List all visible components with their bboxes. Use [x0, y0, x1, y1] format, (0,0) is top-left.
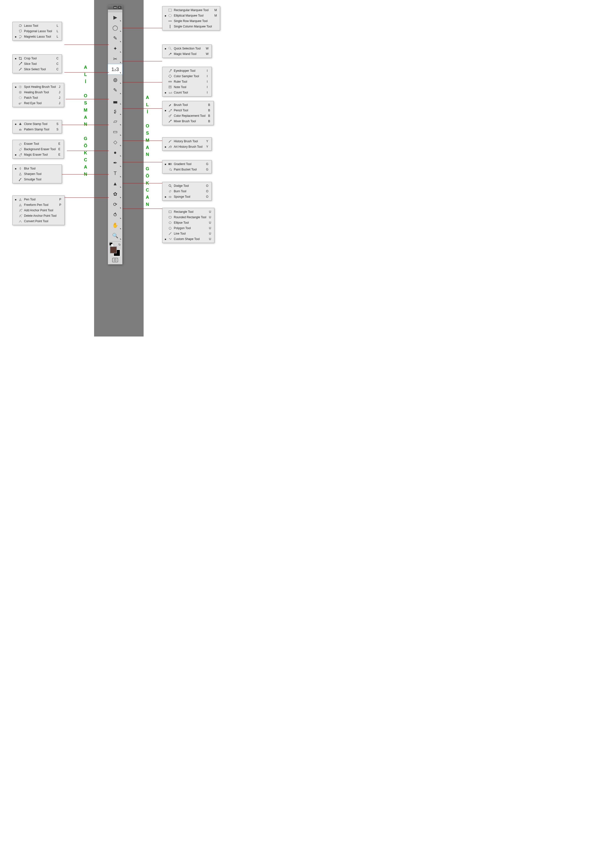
flyout-item-brush-3[interactable]: Mixer Brush ToolB: [163, 119, 213, 124]
flyout-item-shape-4[interactable]: Line ToolU: [163, 231, 214, 236]
tool-quick-select[interactable]: ✦: [108, 43, 122, 54]
flyout-item-pen-2[interactable]: Add Anchor Point Tool: [13, 208, 64, 213]
flyout-item-lasso-0[interactable]: Lasso ToolL: [13, 23, 61, 28]
flyout-item-gradient-1[interactable]: Paint Bucket ToolG: [163, 167, 211, 172]
flyout-item-label: Magnetic Lasso Tool: [24, 35, 54, 38]
shortcut-key: C: [55, 57, 60, 60]
quick-sel-icon: [168, 46, 172, 51]
selected-indicator-icon: ■: [15, 167, 17, 170]
swap-colors-icon[interactable]: ↻: [118, 243, 121, 246]
tool-hand[interactable]: ✋: [108, 220, 122, 230]
tool-eraser[interactable]: ▱: [108, 116, 122, 126]
svg-point-25: [19, 180, 20, 181]
tool-type[interactable]: T: [108, 168, 122, 178]
flyout-item-brush-0[interactable]: Brush ToolB: [163, 102, 213, 108]
flyout-item-quickselect-1[interactable]: Magic Wand ToolW: [163, 51, 211, 57]
flyout-item-blur-2[interactable]: Smudge Tool: [13, 177, 61, 182]
eraser-icon: ▱: [113, 119, 117, 124]
flyout-item-dodge-2[interactable]: ■Sponge ToolO: [163, 194, 211, 200]
tool-count[interactable]: 1₂3: [108, 64, 122, 74]
tool-gradient[interactable]: ▭: [108, 126, 122, 137]
flyout-item-label: Rectangular Marquee Tool: [174, 8, 212, 12]
flyout-item-crop-2[interactable]: Slice Select ToolC: [13, 67, 61, 72]
tool-history-brush[interactable]: ʂ: [108, 105, 122, 116]
flyout-item-healing-1[interactable]: Healing Brush ToolJ: [13, 90, 64, 95]
svg-rect-23: [169, 163, 172, 165]
flyout-item-eyedropper-3[interactable]: Note ToolI: [163, 84, 211, 90]
ff-pen-icon: [18, 203, 23, 207]
close-button[interactable]: ✕: [118, 6, 121, 9]
flyout-item-blur-0[interactable]: ■Blur Tool: [13, 166, 61, 171]
tool-healing[interactable]: ◍: [108, 74, 122, 85]
flyout-item-gradient-0[interactable]: ■Gradient ToolG: [163, 161, 211, 167]
tool-marquee[interactable]: ◯: [108, 23, 122, 33]
flyout-item-pen-1[interactable]: Freeform Pen ToolP: [13, 202, 64, 208]
tool-zoom[interactable]: 🔍: [108, 230, 122, 241]
tool-pen[interactable]: ✒: [108, 158, 122, 168]
flyout-item-eraser-2[interactable]: ■Magic Eraser ToolE: [13, 152, 63, 157]
flyout-item-crop-0[interactable]: ■Crop ToolC: [13, 56, 61, 61]
flyout-item-eyedropper-0[interactable]: Eyedropper ToolI: [163, 68, 211, 73]
flyout-item-marquee-1[interactable]: ■Elliptical Marquee ToolM: [163, 13, 219, 18]
tool-3d-rotate[interactable]: ⟳: [108, 199, 122, 209]
flyout-item-healing-2[interactable]: Patch ToolJ: [13, 95, 64, 101]
flyout-item-shape-1[interactable]: Rounded Rectangle ToolU: [163, 214, 214, 220]
tool-pencil[interactable]: ✎: [108, 85, 122, 95]
flyout-item-history-0[interactable]: History Brush ToolY: [163, 139, 211, 144]
flyout-item-eraser-1[interactable]: Background Eraser ToolE: [13, 146, 63, 152]
flyout-item-shape-5[interactable]: ■Custom Shape ToolU: [163, 236, 214, 242]
flyout-item-label: Magic Eraser Tool: [24, 153, 56, 157]
flyout-item-marquee-2[interactable]: Single Row Marquee Tool: [163, 18, 219, 24]
flyout-item-pen-3[interactable]: Delete Anchor Point Tool: [13, 213, 64, 219]
flyout-item-lasso-2[interactable]: ■Magnetic Lasso ToolL: [13, 34, 61, 39]
flyout-item-blur-1[interactable]: Sharpen Tool: [13, 171, 61, 177]
quick-mask-toggle[interactable]: [108, 256, 122, 264]
tool-lasso[interactable]: ✎: [108, 33, 122, 43]
tool-blur[interactable]: ◇: [108, 137, 122, 147]
flyout-item-stamp-1[interactable]: Pattern Stamp ToolS: [13, 127, 61, 132]
flyout-item-marquee-3[interactable]: Single Column Marquee Tool: [163, 24, 219, 29]
flyout-item-label: Blur Tool: [24, 167, 54, 170]
flyout-item-eyedropper-4[interactable]: ■1₂3Count ToolI: [163, 90, 211, 95]
collapse-button[interactable]: ◂◂: [113, 6, 117, 9]
flyout-item-quickselect-0[interactable]: ■Quick Selection ToolW: [163, 46, 211, 51]
flyout-item-stamp-0[interactable]: ■Clone Stamp ToolS: [13, 121, 61, 127]
flyout-item-healing-0[interactable]: ■Spot Healing Brush ToolJ: [13, 84, 64, 90]
flyout-item-brush-1[interactable]: ■Pencil ToolB: [163, 108, 213, 113]
flyout-item-dodge-0[interactable]: Dodge ToolO: [163, 183, 211, 189]
tool-sponge[interactable]: ●: [108, 147, 122, 158]
flyout-item-brush-2[interactable]: Color Replacement ToolB: [163, 113, 213, 119]
flyout-item-label: Magic Wand Tool: [174, 52, 204, 56]
flyout-item-lasso-1[interactable]: Polygonal Lasso ToolL: [13, 28, 61, 34]
tool-3d-orbit[interactable]: ⥀: [108, 209, 122, 220]
svg-rect-19: [20, 123, 20, 124]
tool-move[interactable]: ▶: [108, 12, 122, 23]
tool-path-select[interactable]: ▲: [108, 178, 122, 189]
flyout-item-eraser-0[interactable]: Eraser ToolE: [13, 141, 63, 146]
flyout-item-eyedropper-1[interactable]: Color Sampler ToolI: [163, 73, 211, 79]
flyout-item-label: History Brush Tool: [174, 140, 204, 143]
shortcut-key: E: [57, 147, 62, 151]
foreground-color-swatch[interactable]: [110, 246, 117, 253]
color-swatches[interactable]: ↻: [108, 242, 122, 256]
flyout-item-label: Crop Tool: [24, 57, 54, 60]
tool-crop[interactable]: ✂: [108, 54, 122, 64]
flyout-item-dodge-1[interactable]: Burn ToolO: [163, 189, 211, 194]
tool-stamp[interactable]: ▃: [108, 95, 122, 105]
flyout-item-pen-4[interactable]: Convert Point Tool: [13, 219, 64, 224]
flyout-item-eyedropper-2[interactable]: Ruler ToolI: [163, 79, 211, 84]
note-icon: [168, 85, 172, 89]
tool-shape[interactable]: ✿: [108, 189, 122, 199]
flyout-item-shape-2[interactable]: Ellipse ToolU: [163, 220, 214, 225]
flyout-item-healing-3[interactable]: Red Eye ToolJ: [13, 101, 64, 106]
flyout-item-shape-3[interactable]: Polygon ToolU: [163, 225, 214, 231]
flyout-item-marquee-0[interactable]: Rectangular Marquee ToolM: [163, 8, 219, 13]
3d-rotate-icon: ⟳: [113, 202, 117, 207]
shortcut-key: O: [205, 195, 210, 198]
shortcut-key: O: [205, 189, 210, 193]
flyout-item-history-1[interactable]: ■Art History Brush ToolY: [163, 144, 211, 149]
flyout-item-crop-1[interactable]: Slice ToolC: [13, 61, 61, 67]
flyout-item-pen-0[interactable]: ■Pen ToolP: [13, 197, 64, 202]
toolbar-grip[interactable]: [108, 10, 122, 12]
flyout-item-shape-0[interactable]: Rectangle ToolU: [163, 209, 214, 214]
